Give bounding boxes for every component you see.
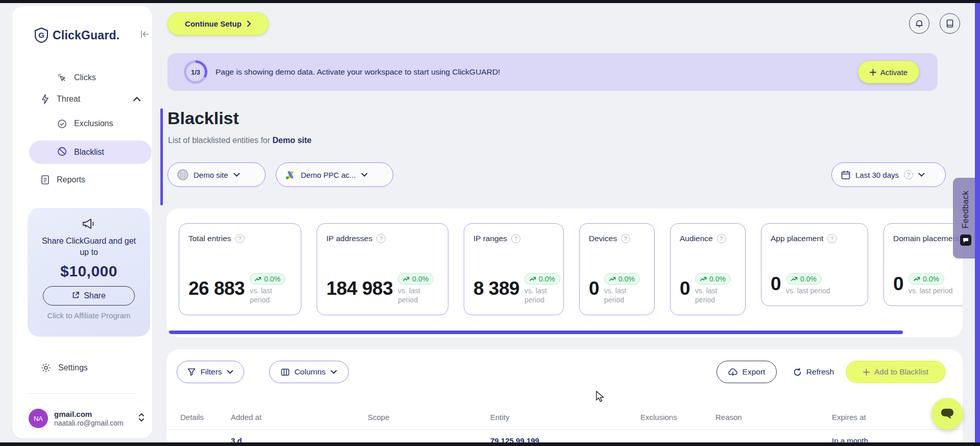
- page-subtitle-site: Demo site: [273, 136, 312, 145]
- stats-horizontal-scrollbar[interactable]: [169, 331, 903, 334]
- logo: G ClickGuard.: [35, 28, 119, 43]
- ppc-account-selector[interactable]: Demo PPC ac...: [276, 162, 393, 187]
- trend-up-icon: [530, 276, 536, 281]
- stat-card-total-entries: Total entries? 26 883 0.0% vs. last peri…: [179, 223, 301, 315]
- stat-label: App placement: [771, 234, 823, 243]
- column-header-details[interactable]: Details: [180, 413, 204, 421]
- stat-note: vs. last period: [398, 286, 434, 304]
- logo-text: ClickGuard.: [53, 29, 119, 42]
- sidebar-item-blacklist[interactable]: Blacklist: [29, 140, 152, 164]
- lightning-icon: [41, 94, 50, 104]
- help-icon: ?: [621, 234, 630, 243]
- book-icon: [946, 19, 954, 28]
- date-range-selector[interactable]: Last 30 days ?: [831, 162, 946, 187]
- columns-button[interactable]: Columns: [269, 361, 349, 383]
- sidebar-item-label: Settings: [58, 363, 88, 372]
- divider: [28, 393, 137, 394]
- user-account[interactable]: NA gmail.com naatali.ro@gmail.com: [29, 409, 145, 428]
- column-header-reason[interactable]: Reason: [715, 413, 742, 421]
- stat-note: vs. last period: [250, 286, 285, 304]
- setup-progress-value: 1/3: [186, 63, 205, 81]
- delta-badge: 0.0%: [250, 273, 285, 285]
- ppc-account-value: Demo PPC ac...: [301, 171, 356, 179]
- stat-label: Audience: [680, 234, 713, 243]
- chevron-down-icon: [918, 173, 925, 177]
- stat-card-devices: Devices? 0 0.0% vs. last period: [579, 223, 655, 315]
- chevron-up-icon[interactable]: [133, 95, 141, 104]
- sidebar-item-settings[interactable]: Settings: [41, 359, 88, 377]
- trend-up-icon: [791, 276, 798, 281]
- stat-value: 0: [680, 278, 690, 299]
- stat-note: vs. last period: [909, 286, 952, 295]
- continue-setup-button[interactable]: Continue Setup: [168, 12, 269, 35]
- affiliate-link[interactable]: Click to Affiliate Program: [28, 311, 150, 320]
- filters-label: Filters: [200, 367, 222, 377]
- continue-setup-label: Continue Setup: [185, 19, 242, 28]
- delta-badge: 0.0%: [398, 273, 434, 285]
- stat-value: 0: [589, 278, 599, 299]
- stat-label: Total entries: [188, 234, 231, 243]
- document-icon: [41, 175, 50, 185]
- plus-icon: [870, 69, 876, 76]
- chevron-down-icon: [227, 370, 233, 374]
- columns-label: Columns: [294, 367, 325, 377]
- column-header-exclusions[interactable]: Exclusions: [640, 413, 677, 421]
- blacklist-table-panel: Filters Columns Export Refresh Add to Bl…: [166, 349, 963, 442]
- stat-label: Domain placement: [893, 234, 959, 243]
- cell-entity: 79.125.99.199: [490, 436, 539, 442]
- date-range-value: Last 30 days: [855, 171, 899, 179]
- chevron-down-icon: [361, 173, 368, 177]
- setup-progress-ring: 1/3: [184, 60, 207, 84]
- cell-added-at: 3 d: [231, 436, 242, 442]
- export-button[interactable]: Export: [716, 361, 777, 383]
- notifications-button[interactable]: [909, 13, 929, 34]
- add-to-blacklist-button[interactable]: Add to Blacklist: [846, 361, 946, 383]
- sidebar-item-threat[interactable]: Threat: [41, 90, 141, 108]
- stat-label: IP addresses: [326, 234, 372, 243]
- filters-button[interactable]: Filters: [177, 361, 244, 383]
- stat-note: vs. last period: [695, 286, 731, 304]
- divider: [166, 429, 963, 430]
- sidebar-item-exclusions[interactable]: Exclusions: [57, 114, 113, 133]
- column-header-added-at[interactable]: Added at: [231, 413, 261, 421]
- blacklist-prohibited-icon: [57, 147, 67, 158]
- sidebar-collapse-icon[interactable]: [140, 30, 150, 41]
- share-card-text: Share ClickGuard and get up to: [28, 236, 150, 257]
- chat-widget-button[interactable]: [931, 398, 963, 430]
- stat-label: Devices: [589, 234, 617, 243]
- sidebar-item-clicks[interactable]: Clicks: [57, 68, 96, 87]
- delta-badge: 0.0%: [909, 273, 944, 285]
- docs-button[interactable]: [940, 13, 960, 34]
- activate-button[interactable]: Activate: [858, 61, 919, 83]
- share-card-amount: $10,000: [28, 263, 150, 280]
- user-email: naatali.ro@gmail.com: [54, 419, 124, 427]
- help-icon: ?: [717, 234, 726, 243]
- column-header-scope[interactable]: Scope: [368, 413, 390, 421]
- column-header-entity[interactable]: Entity: [490, 413, 510, 421]
- sidebar-item-label: Threat: [57, 95, 80, 104]
- sidebar-item-reports[interactable]: Reports: [41, 171, 85, 189]
- cloud-download-icon: [728, 368, 738, 377]
- site-selector-value: Demo site: [194, 171, 228, 179]
- column-header-expires-at[interactable]: Expires at: [832, 413, 866, 421]
- share-button[interactable]: Share: [43, 286, 135, 306]
- stat-value: 0: [771, 273, 781, 295]
- stat-card-audience: Audience? 0 0.0% vs. last period: [670, 223, 746, 315]
- refresh-button[interactable]: Refresh: [785, 361, 842, 383]
- refresh-label: Refresh: [806, 367, 834, 377]
- sidebar-item-label: Exclusions: [74, 119, 113, 128]
- trend-up-icon: [700, 276, 707, 281]
- share-button-label: Share: [84, 291, 106, 300]
- account-switcher-icon[interactable]: [138, 412, 145, 425]
- site-selector[interactable]: Demo site: [168, 162, 266, 187]
- stat-value: 8 389: [473, 278, 519, 299]
- bell-icon: [915, 19, 924, 29]
- clickguard-shield-icon: G: [35, 28, 48, 43]
- export-label: Export: [743, 367, 766, 377]
- delta-badge: 0.0%: [786, 273, 822, 285]
- sidebar-item-label: Clicks: [74, 73, 96, 82]
- window-bottom-edge: [0, 442, 980, 446]
- page-vertical-scrollbar[interactable]: [975, 3, 980, 442]
- sidebar-scrollbar[interactable]: [160, 108, 163, 205]
- feedback-widget-icon: [960, 234, 971, 246]
